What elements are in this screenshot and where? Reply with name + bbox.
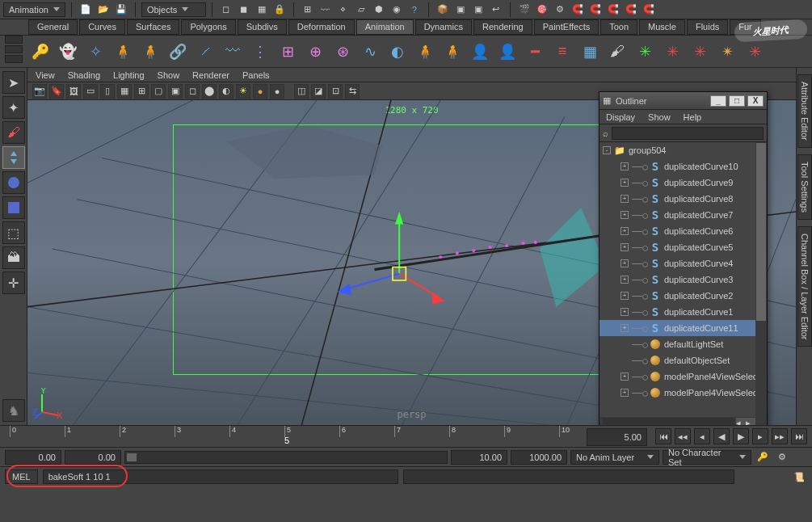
- expand-toggle[interactable]: +: [621, 324, 629, 332]
- resolution-gate-icon[interactable]: ▯: [100, 84, 115, 99]
- shelf-tab-deformation[interactable]: Deformation: [288, 19, 355, 35]
- go-to-end-button[interactable]: ⏭: [791, 428, 807, 444]
- spark-red3-icon[interactable]: ✳: [743, 40, 767, 64]
- batch-render-icon[interactable]: 🧲: [587, 2, 604, 18]
- playback-start-field[interactable]: 0.00: [65, 450, 121, 465]
- field-chart-icon[interactable]: ⊞: [134, 84, 149, 99]
- sculpt-icon[interactable]: ⊛: [330, 40, 355, 64]
- selection-mask-dropdown[interactable]: Objects: [141, 2, 206, 17]
- command-line-input[interactable]: [43, 469, 398, 484]
- current-time-field[interactable]: 5.00: [587, 428, 647, 446]
- minimize-button[interactable]: _: [710, 95, 726, 107]
- outliner-item[interactable]: ──○defaultLightSet: [600, 336, 767, 352]
- outliner-window[interactable]: ▦ Outliner _ □ X DisplayShowHelp ⌕ -📁gro…: [599, 91, 768, 429]
- head-a-icon[interactable]: 👤: [468, 40, 492, 64]
- maximize-button[interactable]: □: [729, 95, 745, 107]
- lattice-icon[interactable]: ⊞: [276, 40, 300, 64]
- select-by-object-icon[interactable]: ◼: [236, 2, 252, 18]
- expand-toggle[interactable]: +: [621, 243, 629, 251]
- close-button[interactable]: X: [747, 95, 764, 107]
- textured-icon[interactable]: ◐: [219, 84, 234, 99]
- outliner-menu-help[interactable]: Help: [684, 112, 702, 122]
- shelf-tab-curves[interactable]: Curves: [79, 19, 125, 35]
- outliner-item[interactable]: +──○SduplicatedCurve5: [600, 239, 767, 255]
- script-language-label[interactable]: MEL: [5, 469, 38, 484]
- snap-plane-icon[interactable]: ▱: [353, 2, 369, 18]
- ik-spline-icon[interactable]: 〰: [221, 40, 245, 64]
- outliner-item[interactable]: +──○SduplicatedCurve4: [600, 255, 767, 272]
- wireframe-icon[interactable]: ◻: [185, 84, 200, 99]
- outputs-icon[interactable]: ▣: [470, 2, 486, 18]
- camera-select-icon[interactable]: 📷: [32, 84, 47, 99]
- spark-orange-icon[interactable]: ✴: [715, 40, 739, 64]
- blend-shape-icon[interactable]: ◐: [385, 40, 410, 64]
- select-lock-icon[interactable]: 🔒: [271, 2, 288, 18]
- time-slider[interactable]: 0123456789105: [0, 426, 583, 448]
- xray-icon[interactable]: ◪: [311, 84, 326, 99]
- outliner-item[interactable]: +──○SduplicatedCurve8: [600, 191, 767, 207]
- show-manip-tool[interactable]: ✛: [2, 272, 25, 294]
- gate-mask-icon[interactable]: ▦: [117, 84, 132, 99]
- use-lights-icon[interactable]: ☀: [236, 84, 250, 99]
- play-back-button[interactable]: ◀: [713, 428, 730, 444]
- universal-manip-tool[interactable]: ⬚: [2, 221, 25, 244]
- help-icon[interactable]: ?: [406, 2, 423, 18]
- outliner-item[interactable]: +──○modelPanel4ViewSelecte: [600, 368, 767, 385]
- construction-history-icon[interactable]: ↩: [488, 2, 504, 18]
- snap-curve-icon[interactable]: 〰: [318, 2, 334, 18]
- expand-toggle[interactable]: +: [621, 162, 629, 170]
- shelf-tab-dynamics[interactable]: Dynamics: [415, 19, 472, 35]
- panel-menu-view[interactable]: View: [36, 70, 55, 80]
- cluster-icon[interactable]: ⋮: [248, 40, 272, 64]
- isolate-icon[interactable]: ◫: [294, 84, 309, 99]
- show-batch-icon[interactable]: 🧲: [605, 2, 621, 18]
- outliner-item[interactable]: +──○SduplicatedCurve7: [600, 207, 767, 223]
- expand-toggle[interactable]: [621, 340, 629, 348]
- outliner-item[interactable]: +──○SduplicatedCurve1: [600, 304, 767, 320]
- shelf-tab-surfaces[interactable]: Surfaces: [127, 19, 179, 35]
- outliner-item[interactable]: +──○SduplicatedCurve6: [600, 223, 767, 239]
- expand-toggle[interactable]: +: [621, 227, 629, 235]
- select-by-component-icon[interactable]: ▦: [254, 2, 270, 18]
- film-gate-icon[interactable]: ▭: [83, 84, 98, 99]
- step-forward-button[interactable]: ▸: [752, 428, 768, 444]
- shelf-tab-painteffects[interactable]: PaintEffects: [534, 19, 600, 35]
- go-to-start-button[interactable]: ⏮: [655, 428, 671, 444]
- step-forward-key-button[interactable]: ▸▸: [772, 428, 788, 444]
- outliner-scrollbar-vertical[interactable]: [755, 142, 767, 417]
- motion-path-icon[interactable]: ━: [523, 40, 547, 64]
- expand-toggle[interactable]: +: [621, 389, 629, 397]
- snap-live-icon[interactable]: ⬢: [371, 2, 387, 18]
- paint-weights-icon[interactable]: 🖌: [605, 40, 629, 64]
- outliner-item[interactable]: +──○SduplicatedCurve2: [600, 288, 767, 304]
- outliner-item[interactable]: ──○defaultObjectSet: [600, 352, 767, 368]
- snap-point-icon[interactable]: ⋄: [335, 2, 351, 18]
- play-forward-button[interactable]: ▶: [733, 428, 749, 444]
- lasso-tool[interactable]: ✦: [2, 96, 25, 119]
- render-icon[interactable]: 🎬: [516, 2, 532, 18]
- expand-toggle[interactable]: -: [603, 146, 611, 154]
- expand-toggle[interactable]: +: [621, 259, 629, 267]
- expand-toggle[interactable]: [621, 356, 629, 364]
- create-clip-icon[interactable]: ✧: [83, 40, 107, 64]
- flow-path-icon[interactable]: ≡: [550, 40, 574, 64]
- panel-menu-panels[interactable]: Panels: [242, 70, 270, 80]
- spark-green-icon[interactable]: ✳: [633, 40, 657, 64]
- outliner-item[interactable]: -📁group504: [600, 142, 767, 158]
- dock-tab-tool-settings[interactable]: Tool Settings: [797, 154, 812, 220]
- shelf-tab-general[interactable]: General: [28, 19, 78, 35]
- menu-set-dropdown[interactable]: Animation: [3, 2, 65, 17]
- new-scene-icon[interactable]: 📄: [78, 2, 94, 18]
- high-quality-icon[interactable]: ●: [270, 84, 284, 99]
- panel-menu-lighting[interactable]: Lighting: [113, 70, 145, 80]
- xray-joints-icon[interactable]: ⊡: [328, 84, 343, 99]
- playback-end-field[interactable]: 10.00: [451, 450, 507, 465]
- expand-toggle[interactable]: +: [621, 373, 629, 381]
- range-start-field[interactable]: 0.00: [5, 450, 61, 465]
- select-tool[interactable]: ➤: [2, 71, 25, 94]
- range-end-field[interactable]: 1000.00: [511, 450, 567, 465]
- render-globals-icon[interactable]: ⚙: [552, 2, 568, 18]
- panel-menu-show[interactable]: Show: [158, 70, 180, 80]
- outliner-search-input[interactable]: [612, 127, 764, 140]
- outliner-menu-show[interactable]: Show: [648, 112, 671, 122]
